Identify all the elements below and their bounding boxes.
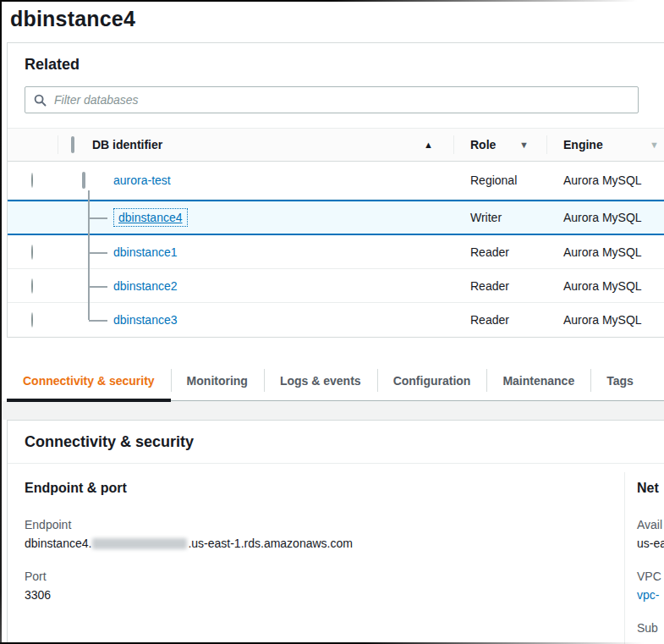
sort-ascending-icon[interactable]: ▲ [424, 140, 433, 150]
screenshot-frame-left [0, 0, 2, 644]
column-role[interactable]: Role [470, 138, 496, 151]
role-value: Writer [470, 211, 502, 224]
collapse-cluster-icon[interactable] [82, 172, 85, 189]
page-background-strip [0, 401, 664, 420]
screenshot-frame-top [0, 0, 664, 2]
endpoint-port-heading: Endpoint & port [25, 481, 664, 496]
rds-console-screenshot: dbinstance4 Related DB identifier ▲ Role… [0, 0, 664, 644]
table-body: aurora-test Regional Aurora MySQL dbinst… [8, 162, 664, 337]
vpc-field: VPC vpc- [637, 570, 664, 602]
availability-zone-label: Avail [637, 518, 664, 531]
endpoint-field: Endpoint dbinstance4..us-east-1.rds.amaz… [25, 518, 664, 550]
table-row: dbinstance2 Reader Aurora MySQL [8, 269, 664, 303]
header-divider [546, 135, 547, 154]
role-value: Reader [470, 313, 509, 327]
tab-tags[interactable]: Tags [590, 361, 650, 400]
table-row-selected: dbinstance4 Writer Aurora MySQL [8, 200, 664, 235]
related-heading: Related [25, 56, 664, 74]
network-section-partial: Net Avail us-ea VPC vpc- Sub [637, 481, 664, 644]
subnet-label: Sub [637, 621, 664, 635]
availability-zone-value: us-ea [637, 537, 664, 550]
vpc-link[interactable]: vpc- [637, 588, 659, 602]
table-row: dbinstance1 Reader Aurora MySQL [8, 235, 664, 269]
engine-value: Aurora MySQL [563, 279, 642, 293]
engine-value: Aurora MySQL [563, 313, 642, 327]
db-link-dbinstance2[interactable]: dbinstance2 [113, 279, 178, 293]
endpoint-label: Endpoint [25, 518, 664, 531]
db-link-dbinstance1[interactable]: dbinstance1 [113, 245, 178, 259]
tab-maintenance[interactable]: Maintenance [486, 361, 590, 400]
column-db-identifier[interactable]: DB identifier [92, 138, 162, 151]
detail-panel-heading: Connectivity & security [8, 421, 664, 464]
connectivity-security-panel: Connectivity & security Endpoint & port … [7, 420, 664, 644]
tab-logs-events[interactable]: Logs & events [264, 361, 377, 400]
filter-databases-input[interactable] [54, 93, 629, 107]
engine-filter-icon[interactable]: ▼ [650, 140, 659, 150]
radio-dbinstance1[interactable] [31, 245, 33, 260]
role-value: Reader [470, 245, 509, 259]
column-engine[interactable]: Engine [563, 138, 603, 151]
port-value: 3306 [25, 588, 664, 602]
radio-dbinstance2[interactable] [31, 278, 33, 294]
port-label: Port [25, 570, 664, 583]
endpoint-port-section: Endpoint & port Endpoint dbinstance4..us… [25, 481, 664, 602]
header-divider [58, 135, 58, 154]
tab-bar: Connectivity & security Monitoring Logs … [7, 361, 664, 401]
role-value: Reader [470, 279, 509, 293]
header-divider [453, 135, 454, 154]
endpoint-value: dbinstance4..us-east-1.rds.amazonaws.com [25, 537, 664, 550]
radio-dbinstance3[interactable] [31, 312, 33, 328]
column-divider [624, 472, 625, 644]
page-title: dbinstance4 [0, 0, 664, 31]
engine-value: Aurora MySQL [563, 211, 642, 224]
search-icon [34, 94, 47, 107]
redacted-blur [92, 538, 187, 549]
engine-value: Aurora MySQL [563, 245, 642, 259]
availability-zone-field: Avail us-ea [637, 518, 664, 550]
vpc-label: VPC [637, 570, 664, 583]
network-heading: Net [637, 481, 664, 496]
radio-aurora-test[interactable] [31, 173, 33, 188]
tab-monitoring[interactable]: Monitoring [171, 361, 264, 400]
port-field: Port 3306 [25, 570, 664, 602]
engine-value: Aurora MySQL [563, 173, 642, 187]
tab-configuration[interactable]: Configuration [377, 361, 487, 400]
role-value: Regional [470, 173, 517, 187]
filter-databases-box[interactable] [25, 86, 639, 113]
db-link-aurora-test[interactable]: aurora-test [113, 173, 171, 187]
role-filter-icon[interactable]: ▼ [519, 140, 529, 150]
db-link-dbinstance3[interactable]: dbinstance3 [113, 313, 178, 327]
collapse-all-icon[interactable] [71, 136, 74, 153]
table-row: dbinstance3 Reader Aurora MySQL [8, 303, 664, 337]
table-header-row: DB identifier ▲ Role ▼ Engine ▼ [8, 128, 664, 162]
related-panel: Related DB identifier ▲ Role ▼ Engine ▼ [7, 42, 664, 338]
tab-connectivity-security[interactable]: Connectivity & security [7, 361, 171, 400]
db-link-dbinstance4[interactable]: dbinstance4 [113, 208, 188, 227]
table-row: aurora-test Regional Aurora MySQL [8, 162, 664, 200]
subnet-field: Sub [637, 621, 664, 635]
